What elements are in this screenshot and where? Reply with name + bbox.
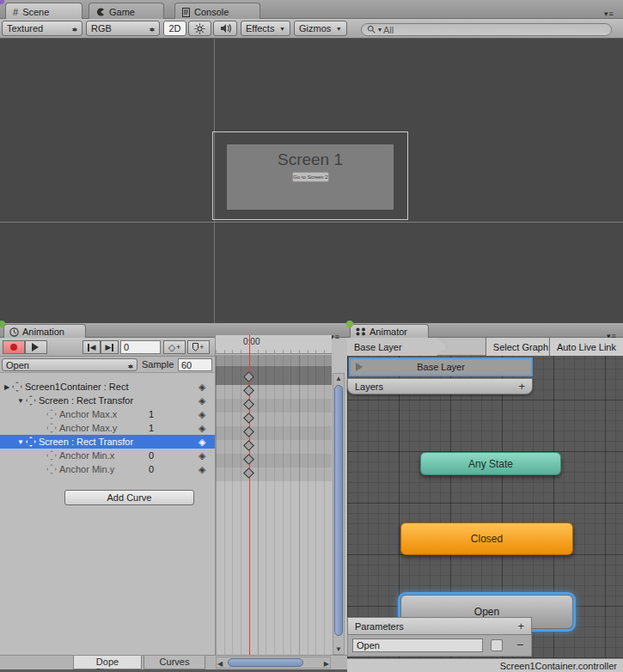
play-button[interactable] (25, 340, 47, 354)
tab-animator[interactable]: Animator (350, 324, 429, 338)
frame-field[interactable]: 0 (120, 340, 161, 354)
keyframe-diamond-icon[interactable]: ◈ (199, 437, 205, 448)
remove-parameter-icon[interactable]: − (516, 638, 523, 651)
first-key-icon: ◀ (88, 343, 96, 351)
rect-transform-icon (46, 423, 57, 433)
property-value[interactable]: 0 (149, 450, 154, 461)
parameter-checkbox[interactable] (491, 639, 503, 651)
property-row-anchor-max-x[interactable]: Anchor Max.x 1 ◈ (0, 407, 215, 421)
select-graph-button[interactable]: Select Graph (486, 338, 555, 356)
dope-sheet-timeline[interactable]: 0:00 (215, 335, 332, 655)
animator-icon (356, 327, 366, 336)
record-button[interactable] (3, 340, 25, 354)
scroll-down-icon[interactable]: ▼ (333, 645, 344, 653)
timeline-ruler[interactable] (216, 335, 332, 354)
sun-icon (194, 23, 205, 34)
2d-toggle-button[interactable]: 2D (163, 21, 186, 36)
layer-row-base-layer[interactable]: Base Layer (349, 357, 533, 376)
property-label: Anchor Max.y (59, 423, 117, 433)
tab-animation[interactable]: Animation (3, 324, 86, 338)
tab-console[interactable]: Console (174, 3, 260, 19)
search-input[interactable]: ▾ All (361, 23, 612, 36)
add-parameter-icon[interactable]: + (517, 620, 524, 632)
tab-dope-sheet[interactable]: Dope Sheet (73, 656, 142, 669)
scene-pane-menu-icon[interactable]: ▾≡ (604, 9, 614, 18)
property-value[interactable]: 0 (149, 464, 154, 474)
tab-curves[interactable]: Curves (144, 656, 205, 669)
2d-toggle-label: 2D (168, 23, 180, 34)
state-node-closed[interactable]: Closed (400, 522, 573, 555)
clip-dropdown-value: Open (6, 360, 29, 370)
foldout-expanded-icon[interactable]: ▼ (16, 397, 25, 405)
frame-value: 0 (124, 342, 129, 352)
screen1-title-text: Screen 1 (227, 150, 394, 169)
layers-label: Layers (355, 382, 383, 392)
first-key-button[interactable]: ◀ (82, 340, 101, 354)
animator-graph-area[interactable]: Base Layer Layers + Any State Closed Ope… (347, 356, 623, 658)
add-keyframe-icon: ◇ (168, 342, 175, 353)
property-row-screen-rect-2-selected[interactable]: ▼ Screen : Rect Transfor ◈ (0, 435, 215, 449)
game-icon (96, 8, 105, 16)
add-layer-icon[interactable]: + (518, 380, 525, 393)
foldout-expanded-icon[interactable]: ▼ (16, 438, 25, 446)
property-label: Screen1Container : Rect (25, 382, 128, 392)
breadcrumb-base-layer[interactable]: Base Layer (347, 338, 447, 356)
screen1-go-button[interactable]: Go to Screen 2 (292, 172, 329, 182)
scroll-right-icon[interactable]: ▶ (324, 660, 329, 668)
keyframe-diamond-icon[interactable]: ◈ (199, 409, 205, 420)
tab-scene[interactable]: # Scene (5, 3, 82, 19)
layers-header[interactable]: Layers + (347, 378, 533, 394)
scroll-left-icon[interactable]: ◀ (217, 660, 223, 668)
scroll-up-icon[interactable]: ▲ (333, 375, 344, 382)
record-icon (10, 344, 17, 351)
main-tab-strip: # Scene Game Console (0, 0, 623, 19)
add-keyframe-button[interactable]: ◇+ (163, 340, 186, 354)
property-label: Anchor Min.x (59, 450, 114, 461)
state-node-any-state[interactable]: Any State (420, 452, 561, 475)
chevron-down-icon: ▾ (280, 25, 284, 33)
layer-play-icon (356, 363, 367, 371)
search-filter-caret-icon: ▾ (378, 26, 382, 34)
playhead[interactable] (249, 335, 250, 655)
keyframe-diamond-icon[interactable]: ◈ (199, 423, 205, 434)
property-row-screen1container[interactable]: ▶ Screen1Container : Rect ◈ (0, 380, 215, 394)
lighting-toggle-button[interactable] (188, 21, 211, 36)
keyframe-diamond-icon[interactable]: ◈ (199, 395, 205, 406)
add-event-button[interactable]: + (187, 340, 210, 354)
gizmos-dropdown[interactable]: Gizmos▾ (294, 21, 347, 36)
property-row-anchor-min-x[interactable]: Anchor Min.x 0 ◈ (0, 449, 215, 462)
keyframe-diamond-icon[interactable]: ◈ (199, 382, 205, 393)
tab-game[interactable]: Game (89, 3, 164, 19)
tab-game-label: Game (109, 7, 135, 17)
parameters-header[interactable]: Parameters + (347, 617, 532, 635)
property-row-anchor-max-y[interactable]: Anchor Max.y 1 ◈ (0, 421, 215, 435)
shading-mode-dropdown[interactable]: Textured (2, 21, 82, 36)
foldout-collapsed-icon[interactable]: ▶ (3, 383, 11, 391)
add-curve-button[interactable]: Add Curve (64, 490, 194, 505)
effects-dropdown[interactable]: Effects▾ (241, 21, 290, 36)
horizontal-scroll-thumb[interactable] (228, 658, 303, 667)
last-key-button[interactable]: ▶ (101, 340, 119, 354)
keyframe-diamond-icon[interactable]: ◈ (199, 464, 205, 475)
timeline-vertical-scrollbar[interactable]: ▲ ▼ (333, 373, 345, 655)
property-row-anchor-min-y[interactable]: Anchor Min.y 0 ◈ (0, 462, 215, 476)
property-value[interactable]: 1 (149, 423, 154, 433)
timeline-gridlines (216, 355, 332, 655)
property-value[interactable]: 1 (149, 409, 154, 419)
channels-dropdown[interactable]: RGB (86, 21, 160, 36)
scene-viewport[interactable]: Screen 1 Go to Screen 2 (0, 39, 623, 323)
clip-dropdown[interactable]: Open (2, 358, 137, 371)
parameter-row: Open − (347, 635, 532, 657)
auto-live-link-button[interactable]: Auto Live Link (549, 338, 623, 356)
sample-field[interactable]: 60 (178, 358, 212, 371)
rect-transform-icon (46, 450, 57, 461)
timeline-horizontal-scrollbar[interactable]: ◀ ▶ (216, 657, 331, 669)
canvas-guide-horizontal (0, 222, 623, 223)
property-row-screen-rect-1[interactable]: ▼ Screen : Rect Transfor ◈ (0, 394, 215, 407)
audio-toggle-button[interactable] (213, 21, 237, 36)
play-icon (32, 343, 43, 351)
vertical-scroll-thumb[interactable] (334, 385, 343, 636)
property-label: Anchor Max.x (59, 409, 117, 419)
parameter-name-field[interactable]: Open (352, 638, 483, 652)
keyframe-diamond-icon[interactable]: ◈ (199, 450, 205, 461)
